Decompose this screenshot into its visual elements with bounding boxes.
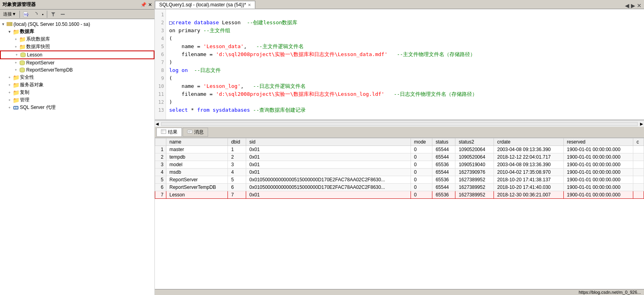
header-icon-group: 📌 ✕ xyxy=(141,2,152,8)
table-row[interactable]: 5 ReportServer 5 0x010500000000000515000… xyxy=(155,176,644,184)
row-num: 6 xyxy=(155,184,166,191)
cell-dbid: 6 xyxy=(228,184,246,191)
query-tab[interactable]: SQLQuery1.sql - (local).master (sa (54))… xyxy=(155,1,255,9)
svg-point-7 xyxy=(11,23,12,23)
expand-icon[interactable]: + xyxy=(13,67,19,73)
col-sid[interactable]: sid xyxy=(246,138,411,146)
tab-close-button[interactable]: ✕ xyxy=(248,3,251,7)
pin-icon[interactable]: 📌 xyxy=(141,2,147,8)
scroll-right-button[interactable]: ▶ xyxy=(630,2,636,9)
svg-text:SQL: SQL xyxy=(24,13,29,16)
cell-status: 65544 xyxy=(432,146,455,153)
status-url: https://blog.csdn.net/m_0_926... xyxy=(578,290,641,295)
col-status[interactable]: status xyxy=(432,138,455,146)
cell-status: 65544 xyxy=(432,153,455,161)
table-row[interactable]: 1 master 1 0x01 0 65544 1090520064 2003-… xyxy=(155,146,644,153)
cell-reserved: 1900-01-01 00:00:00.000 xyxy=(563,146,633,153)
new-query-button[interactable]: SQL xyxy=(21,11,30,18)
expand-icon[interactable]: + xyxy=(6,89,13,96)
scroll-left-arrow[interactable]: ◀ xyxy=(155,122,160,126)
table-row[interactable]: 6 ReportServerTempDB 6 0x010500000000000… xyxy=(155,184,644,191)
cell-status2: 1627390976 xyxy=(455,169,494,176)
folder-icon: 📁 xyxy=(13,82,19,88)
scroll-right-arrow[interactable]: ▶ xyxy=(639,122,644,126)
tree-sql-agent-node[interactable]: + SQL Server 代理 xyxy=(0,104,154,111)
scroll-left-button[interactable]: ◀ xyxy=(624,2,630,9)
cell-status: 65544 xyxy=(432,184,455,191)
cell-crdate: 2018-10-20 17:41:38.137 xyxy=(494,176,564,184)
row-num: 4 xyxy=(155,169,166,176)
col-c[interactable]: c xyxy=(633,138,644,146)
message-icon xyxy=(187,129,193,136)
col-status2[interactable]: status2 xyxy=(455,138,494,146)
code-horizontal-scroll[interactable]: ◀ ▶ xyxy=(155,120,644,127)
expand-icon[interactable]: ▼ xyxy=(6,29,13,35)
cell-name[interactable]: master xyxy=(166,146,228,153)
cell-dbid: 1 xyxy=(228,146,246,153)
collapse-button[interactable] xyxy=(58,11,67,18)
cell-sid: 0x01 xyxy=(246,153,411,161)
expand-icon[interactable]: + xyxy=(13,36,19,43)
tab-title: SQLQuery1.sql - (local).master (sa (54))… xyxy=(159,2,246,8)
scroll-track[interactable] xyxy=(161,122,638,126)
line-num-6: 6 xyxy=(156,50,164,58)
tree-lesson-node[interactable]: + Lesson xyxy=(0,50,154,59)
management-label: 管理 xyxy=(20,97,29,103)
tree-management-node[interactable]: + 📁 管理 xyxy=(0,96,154,104)
tree-server-objects-node[interactable]: + 📁 服务器对象 xyxy=(0,81,154,89)
col-crdate[interactable]: crdate xyxy=(494,138,564,146)
expand-icon[interactable]: + xyxy=(6,74,13,81)
col-name[interactable]: name xyxy=(166,138,228,146)
tree-security-node[interactable]: + 📁 安全性 xyxy=(0,74,154,81)
svg-rect-12 xyxy=(13,106,18,109)
expand-icon[interactable]: + xyxy=(13,44,19,50)
cell-c xyxy=(633,161,644,169)
cell-crdate: 2018-10-20 17:41:40.030 xyxy=(494,184,564,191)
close-all-button[interactable]: ✕ xyxy=(636,2,642,9)
line-num-1: 1 xyxy=(156,11,164,19)
tree-server-node[interactable]: ▼ (local) (SQL Server 10.50.1600 - sa) xyxy=(0,21,154,28)
table-row[interactable]: 2 tempdb 2 0x01 0 65544 1090520064 2018-… xyxy=(155,153,644,161)
filter-button[interactable] xyxy=(49,11,58,18)
refresh-button[interactable] xyxy=(31,11,40,18)
tree-replication-node[interactable]: + 📁 复制 xyxy=(0,89,154,96)
cell-reserved: 1900-01-01 00:00:00.000 xyxy=(563,169,633,176)
code-editor[interactable]: 1 2 3 4 5 6 7 8 9 10 11 12 13 □create da… xyxy=(155,9,644,120)
tree-databases-node[interactable]: ▼ 📁 数据库 xyxy=(0,28,154,35)
expand-icon[interactable]: + xyxy=(13,52,20,58)
connect-button[interactable]: 连接▼ xyxy=(2,10,18,18)
results-table-container[interactable]: name dbid sid mode status status2 crdate… xyxy=(155,138,644,289)
expand-icon[interactable]: + xyxy=(6,97,13,103)
tree-db-snapshot-node[interactable]: + 📁 数据库快照 xyxy=(0,43,154,50)
cell-dbid: 5 xyxy=(228,176,246,184)
col-mode[interactable]: mode xyxy=(411,138,432,146)
col-dbid[interactable]: dbid xyxy=(228,138,246,146)
tree-system-dbs-node[interactable]: + 📁 系统数据库 xyxy=(0,35,154,43)
refresh-icon xyxy=(33,12,38,17)
expand-icon[interactable]: + xyxy=(6,105,13,111)
table-row[interactable]: 3 model 3 0x01 0 65536 1090519040 2003-0… xyxy=(155,161,644,169)
results-tab-messages[interactable]: 消息 xyxy=(183,128,208,137)
server-icon xyxy=(6,21,13,27)
table-row[interactable]: 4 msdb 4 0x01 0 65544 1627390976 2010-04… xyxy=(155,169,644,176)
svg-point-8 xyxy=(11,25,12,25)
table-row-lesson[interactable]: 7 Lesson 7 0x01 0 65536 1627389952 2018-… xyxy=(155,191,644,199)
line-num-5: 5 xyxy=(156,43,164,50)
cell-reserved: 1900-01-01 00:00:00.000 xyxy=(563,176,633,184)
results-tab-results[interactable]: 结果 xyxy=(156,128,182,137)
stop-button[interactable]: ▪ xyxy=(40,11,45,17)
tree-reportserver-node[interactable]: + ReportServer xyxy=(0,59,154,66)
security-label: 安全性 xyxy=(20,74,34,81)
expand-icon[interactable]: + xyxy=(13,60,19,66)
cell-reserved: 1900-01-01 00:00:00.000 xyxy=(563,184,633,191)
expand-icon[interactable]: ▼ xyxy=(0,21,6,27)
code-lines[interactable]: □create database Lesson --创建lesson数据库 on… xyxy=(166,9,644,120)
close-icon[interactable]: ✕ xyxy=(148,2,152,8)
tree-reportservertempdb-node[interactable]: + ReportServerTempDB xyxy=(0,66,154,74)
folder-icon: 📁 xyxy=(13,29,19,35)
db-icon xyxy=(20,52,26,58)
reportserver-label: ReportServer xyxy=(26,60,54,66)
cell-sid: 0x01 xyxy=(246,169,411,176)
col-reserved[interactable]: reserved xyxy=(563,138,633,146)
expand-icon[interactable]: + xyxy=(6,82,13,88)
